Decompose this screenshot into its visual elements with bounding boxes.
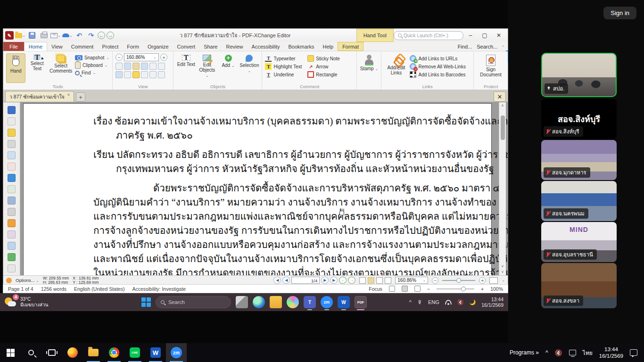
layers-panel-icon[interactable] (8, 174, 16, 182)
tray-clock[interactable]: 13:4416/1/2569 (481, 296, 504, 308)
word-zoom-in[interactable]: + (481, 286, 484, 292)
host-search-button[interactable] (21, 343, 41, 362)
programs-label[interactable]: Programs » (510, 349, 539, 356)
word-zoom-level[interactable]: 100% (490, 286, 503, 292)
scroll-down-icon[interactable]: ˅ (499, 264, 506, 269)
word-zoom-out[interactable]: − (427, 286, 430, 292)
volume-muted-icon[interactable]: 🔇 (555, 349, 562, 356)
history-back-button[interactable]: ← (98, 32, 105, 39)
tab-share[interactable]: Share (199, 42, 222, 51)
word-accessibility[interactable]: Accessibility: Investigate (132, 286, 186, 292)
edit-objects-button[interactable]: Edit Objects ⌄ (198, 53, 217, 83)
two-page-layout-icon[interactable] (376, 277, 383, 284)
mic-in-use-icon[interactable]: 🎙 (417, 299, 422, 305)
prev-page-button[interactable]: ◀ (282, 277, 290, 284)
view-back-button[interactable]: ← (339, 277, 347, 284)
host-zoom-icon[interactable]: zm (166, 343, 187, 362)
tab-help[interactable]: Help (319, 42, 338, 51)
vertical-scrollbar[interactable]: ˄ ˅ ˅ (499, 102, 506, 275)
tray-chevron-icon[interactable]: ^ (545, 349, 548, 356)
host-file-explorer-icon[interactable] (83, 343, 104, 362)
zoom-out-button[interactable]: − (116, 54, 123, 61)
host-input-language[interactable]: ไทย (583, 348, 593, 357)
tab-protect[interactable]: Protect (98, 42, 123, 51)
pinned-video[interactable]: สปอ. (541, 53, 617, 97)
tab-file[interactable]: File (3, 42, 24, 51)
thumbnails-panel-icon[interactable] (8, 117, 16, 125)
status-zoom-in-button[interactable]: + (479, 277, 486, 284)
accessibility-check-icon[interactable] (8, 253, 16, 261)
single-page-layout-icon[interactable] (359, 277, 366, 284)
tab-bookmarks[interactable]: Bookmarks (284, 42, 318, 51)
taskbar-search-input[interactable]: Search (156, 296, 231, 308)
participant-video[interactable]: สอจ.มุกดาหาร (541, 140, 617, 180)
options-button[interactable]: Options... ⌄ (16, 278, 39, 283)
tab-close-icon[interactable]: × (67, 92, 70, 97)
zoom-slider[interactable] (442, 280, 475, 281)
word-page-count[interactable]: Page 1 of 4 (8, 286, 33, 292)
bookmarks-panel-icon[interactable] (8, 106, 16, 114)
host-clock[interactable]: 13:4416/1/2569 (599, 346, 623, 359)
input-language[interactable]: ENG (428, 299, 439, 305)
task-view-button[interactable] (236, 296, 248, 308)
participant-video[interactable]: MIND สอจ.อุบลราชธานี (541, 222, 617, 262)
bookmark-view-icon[interactable] (116, 71, 123, 78)
continuous-layout-icon[interactable] (368, 277, 374, 284)
quick-launch-input[interactable]: Quick Launch (Ctrl+.) (394, 31, 463, 40)
sticky-note-button[interactable]: Sticky Note (307, 55, 340, 62)
thumbnails-view-icon[interactable] (124, 71, 131, 78)
scan-button[interactable]: ⌄ (62, 31, 73, 40)
pdf-page[interactable]: เรื่อง ซ้อมความเข้าใจงานจ้างเหมาบริการ (… (23, 103, 492, 275)
print-layout-icon[interactable] (402, 286, 408, 292)
stamp-button[interactable]: Stamp ⌄ (360, 53, 378, 83)
word-app-icon[interactable]: W (338, 296, 350, 308)
two-page-continuous-layout-icon[interactable] (385, 277, 391, 284)
scroll-bottom-icon[interactable]: ˅ (499, 270, 506, 274)
print-button[interactable] (39, 31, 49, 40)
select-text-button[interactable]: T Select Text (27, 53, 47, 83)
pdf-xchange-app-icon[interactable]: PDF (355, 296, 367, 308)
hand-tool-button[interactable]: Hand (6, 53, 25, 83)
last-page-button[interactable]: ▶ (330, 277, 338, 284)
participant-video[interactable]: สอจ.สงขลา (541, 263, 617, 308)
close-document-button[interactable]: ✕ (494, 91, 506, 102)
host-word-icon[interactable]: W (145, 343, 166, 362)
web-layout-icon[interactable] (414, 286, 421, 292)
battery-saver-icon[interactable]: 🌙 (470, 299, 476, 305)
properties-view-icon[interactable] (158, 71, 165, 78)
next-page-button[interactable]: ▶ (321, 277, 329, 284)
status-zoom-out-button[interactable]: − (432, 277, 438, 284)
snapshot-button[interactable]: Snapshot⌄ (75, 55, 109, 60)
host-task-view-button[interactable] (41, 343, 62, 362)
tab-convert[interactable]: Convert (173, 42, 200, 51)
fit-page-icon[interactable] (124, 63, 131, 70)
scroll-up-icon[interactable]: ˄ (499, 103, 506, 108)
status-zoom-field[interactable]: 160.86%⌄ (395, 277, 428, 284)
typewriter-button[interactable]: TTypewriter (265, 55, 302, 62)
panel-toggle-icon[interactable] (489, 277, 498, 284)
tags-panel-icon[interactable] (8, 230, 16, 239)
history-forward-button[interactable]: → (107, 32, 114, 39)
redo-button[interactable]: ↷ (86, 31, 96, 40)
volume-muted-icon[interactable]: 🔇 (457, 299, 464, 305)
undo-button[interactable]: ↶ (74, 31, 84, 40)
email-button[interactable]: ⌄ (50, 31, 61, 40)
sign-in-button[interactable]: Sign in (603, 7, 636, 19)
document-tab[interactable]: ว 877 ซักซ้อมความเข้าใจ × (5, 91, 74, 102)
rectangle-button[interactable]: Rectangle (307, 71, 340, 78)
maximize-button[interactable]: ▢ (478, 30, 492, 41)
copilot-icon[interactable] (287, 296, 299, 308)
collapse-ribbon-icon[interactable]: ^ (502, 44, 504, 49)
chrome-icon[interactable] (104, 343, 124, 362)
word-word-count[interactable]: 1256 words (41, 286, 66, 292)
open-button[interactable]: ⌄ (15, 31, 25, 40)
word-language[interactable]: English (United States) (74, 286, 124, 292)
attachments-view-icon[interactable] (141, 71, 148, 78)
participant-video[interactable]: สอจ.สิงห์บุรี สอจ.สิงห์บุรี (541, 99, 617, 139)
select-comments-button[interactable]: Select Comments (49, 53, 73, 83)
fit-width-icon[interactable] (132, 63, 140, 70)
tab-accessibility[interactable]: Accessibility (248, 42, 284, 51)
tab-organize[interactable]: Organize (143, 42, 173, 51)
destinations-panel-icon[interactable] (8, 197, 16, 205)
first-page-button[interactable]: ◀ (273, 277, 281, 284)
